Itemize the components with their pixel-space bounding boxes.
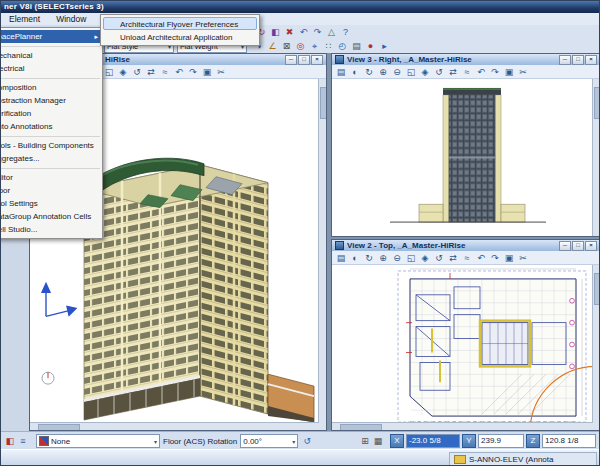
view-splitter-horizontal[interactable] [331, 237, 600, 239]
pan-view-icon[interactable]: ⇄ [447, 252, 459, 264]
menu-entry[interactable]: Floor [0, 184, 102, 197]
menu-entry[interactable]: Verification [0, 107, 102, 120]
view-previous-icon[interactable]: ↶ [173, 66, 185, 78]
copy-view-icon[interactable]: ▣ [503, 66, 515, 78]
clip-volume-icon[interactable]: ✂ [517, 66, 529, 78]
submenu-entry[interactable]: Architectural Flyover Preferences [103, 17, 257, 30]
menu-entry[interactable]: DataGroup Annotation Cells [0, 210, 102, 223]
update-view-icon[interactable]: ↻ [363, 66, 375, 78]
close-view-button[interactable]: × [585, 241, 597, 251]
delete-icon[interactable]: ✖ [283, 26, 296, 39]
menu-entry[interactable]: Composition [0, 81, 102, 94]
active-attributes-icon[interactable]: ◧ [4, 435, 16, 447]
redo-icon[interactable]: ↷ [311, 26, 324, 39]
mirror-icon[interactable]: ◧ [269, 26, 282, 39]
menu-entry[interactable]: Tools - Building Components [0, 139, 102, 152]
grid-icon[interactable]: ∷ [322, 40, 335, 53]
view-attributes-icon[interactable]: ▤ [335, 252, 347, 264]
minimize-view-button[interactable]: ─ [285, 55, 297, 65]
walk-icon[interactable]: ≈ [461, 66, 473, 78]
view-attributes-icon[interactable]: ▤ [335, 66, 347, 78]
rotate-view-icon[interactable]: ↺ [131, 66, 143, 78]
z-axis-button[interactable]: Z [526, 434, 540, 448]
zoom-out-icon[interactable]: ⊖ [391, 252, 403, 264]
view-3-titlebar[interactable]: View 3 - Right, _A_Master-HiRise ─□× [332, 54, 600, 65]
design-history-icon[interactable]: ◴ [336, 40, 349, 53]
adjust-colors-icon[interactable]: ◐ [349, 252, 361, 264]
y-axis-button[interactable]: Y [462, 434, 476, 448]
adjust-colors-icon[interactable]: ◐ [349, 66, 361, 78]
zoom-in-icon[interactable]: ⊕ [377, 252, 389, 264]
x-axis-button[interactable]: X [390, 434, 404, 448]
pan-view-icon[interactable]: ⇄ [145, 66, 157, 78]
view-3-canvas[interactable] [332, 79, 600, 236]
menu-item[interactable]: Element [7, 14, 42, 24]
menu-entry[interactable] [0, 43, 100, 47]
acs-icon[interactable]: ⌖ [308, 40, 321, 53]
menu-entry[interactable]: Auto Annotations [0, 120, 102, 133]
view-main-vscrollbar[interactable] [318, 79, 326, 430]
maximize-view-button[interactable]: □ [298, 55, 310, 65]
fit-view-icon[interactable]: ◈ [117, 66, 129, 78]
active-angle-icon[interactable]: ∠ [266, 40, 279, 53]
close-view-button[interactable]: × [311, 55, 323, 65]
zoom-in-icon[interactable]: ⊕ [377, 66, 389, 78]
pan-view-icon[interactable]: ⇄ [447, 66, 459, 78]
menu-entry[interactable]: Abstraction Manager [0, 94, 102, 107]
x-coordinate-field[interactable]: -23.0 5/8 [406, 434, 460, 448]
z-coordinate-field[interactable]: 120.8 1/8 [542, 434, 596, 448]
menu-item[interactable]: Window [54, 14, 88, 24]
window-titlebar[interactable]: ner V8i (SELECTseries 3) [1, 1, 599, 13]
menu-entry[interactable]: Mechanical [0, 49, 102, 62]
popset-icon[interactable]: ● [364, 40, 377, 53]
lock-icon[interactable]: ⊠ [280, 40, 293, 53]
key-in-icon[interactable]: ▤ [350, 40, 363, 53]
active-level-panel[interactable]: S-ANNO-ELEV (Annota [449, 452, 597, 466]
tool-settings-icon[interactable]: ⊞ [359, 435, 371, 447]
styles-list-icon[interactable]: ≡ [17, 435, 29, 447]
help-icon[interactable]: ? [339, 26, 352, 39]
window-area-icon[interactable]: ◱ [405, 66, 417, 78]
view-2-titlebar[interactable]: View 2 - Top, _A_Master-HiRise ─□× [332, 240, 600, 251]
menu-entry[interactable]: Electrical [0, 62, 102, 75]
walk-icon[interactable]: ≈ [461, 252, 473, 264]
view-next-icon[interactable]: ↷ [489, 66, 501, 78]
menu-entry[interactable] [0, 133, 100, 137]
view-2-canvas[interactable] [332, 265, 600, 430]
snaps-icon[interactable]: ◎ [294, 40, 307, 53]
close-view-button[interactable]: × [585, 55, 597, 65]
y-coordinate-field[interactable]: 239.9 [478, 434, 524, 448]
window-area-icon[interactable]: ◱ [103, 66, 115, 78]
view-previous-icon[interactable]: ↶ [475, 66, 487, 78]
rotate-view-icon[interactable]: ↺ [433, 252, 445, 264]
menu-entry[interactable]: SpacePlanner ▸ [0, 30, 102, 43]
acs-rotation-combo[interactable]: 0.00° ▾ [240, 434, 298, 448]
minimize-view-button[interactable]: ─ [559, 55, 571, 65]
menu-entry[interactable] [0, 165, 100, 169]
view-next-icon[interactable]: ↷ [187, 66, 199, 78]
clip-volume-icon[interactable]: ✂ [517, 252, 529, 264]
view-splitter-vertical[interactable] [327, 53, 331, 431]
menu-entry[interactable]: Cell Studio... [0, 223, 102, 236]
undo-icon[interactable]: ↶ [297, 26, 310, 39]
update-view-icon[interactable]: ↻ [363, 252, 375, 264]
accudraw-icon[interactable]: △ [325, 26, 338, 39]
running-coordinates-icon[interactable]: ▦ [372, 435, 384, 447]
view-2-vscrollbar[interactable] [592, 265, 600, 430]
view-next-icon[interactable]: ↷ [489, 252, 501, 264]
window-area-icon[interactable]: ◱ [405, 252, 417, 264]
zoom-out-icon[interactable]: ⊖ [391, 66, 403, 78]
menu-entry[interactable]: Tool Settings [0, 197, 102, 210]
rotate-view-icon[interactable]: ↺ [433, 66, 445, 78]
copy-view-icon[interactable]: ▣ [201, 66, 213, 78]
menu-entry[interactable]: Editor [0, 171, 102, 184]
maximize-view-button[interactable]: □ [572, 55, 584, 65]
copy-view-icon[interactable]: ▣ [503, 252, 515, 264]
active-element-template-combo[interactable]: None ▾ [36, 434, 160, 448]
minimize-view-button[interactable]: ─ [559, 241, 571, 251]
submenu-entry[interactable]: Unload Architectural Application [103, 30, 257, 43]
tasks-icon[interactable]: ▸ [378, 40, 391, 53]
clip-volume-icon[interactable]: ✂ [215, 66, 227, 78]
fit-view-icon[interactable]: ◈ [419, 252, 431, 264]
reset-rotation-icon[interactable]: ↺ [301, 435, 313, 447]
